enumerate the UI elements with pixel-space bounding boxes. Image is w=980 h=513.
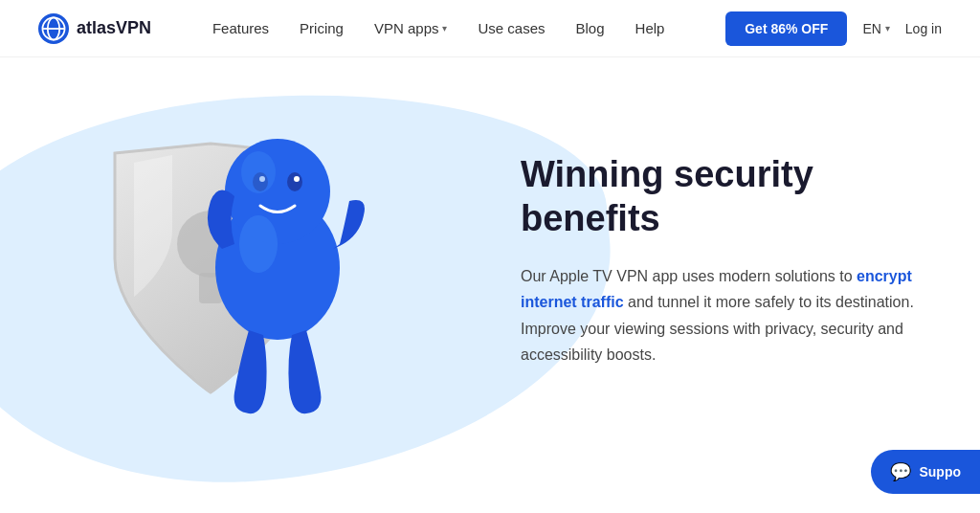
mascot-illustration <box>182 105 373 431</box>
chat-icon: 💬 <box>890 461 911 482</box>
hero-title: Winning security benefits <box>521 153 923 240</box>
atlas-vpn-logo-icon <box>38 13 69 44</box>
nav-link-help[interactable]: Help <box>635 20 665 36</box>
navbar-right: Get 86% OFF EN ▾ Log in <box>725 11 942 46</box>
get-discount-button[interactable]: Get 86% OFF <box>725 11 847 46</box>
language-selector[interactable]: EN ▾ <box>862 21 889 36</box>
illustration-area <box>57 77 421 507</box>
nav-link-pricing[interactable]: Pricing <box>300 20 344 36</box>
hero-body: Our Apple TV VPN app uses modern solutio… <box>521 263 923 368</box>
nav-item-blog[interactable]: Blog <box>576 20 605 37</box>
nav-dropdown-vpn-apps[interactable]: VPN apps ▾ <box>374 20 448 36</box>
svg-point-7 <box>225 139 330 244</box>
chevron-down-icon: ▾ <box>442 23 447 33</box>
nav-item-vpn-apps[interactable]: VPN apps ▾ <box>374 20 448 36</box>
login-link[interactable]: Log in <box>905 21 942 36</box>
svg-point-12 <box>239 215 278 273</box>
hero-text-section: Winning security benefits Our Apple TV V… <box>521 153 923 368</box>
logo[interactable]: atlasVPN <box>38 13 151 44</box>
nav-link-vpn-apps: VPN apps <box>374 20 439 36</box>
support-button[interactable]: 💬 Suppo <box>871 450 980 494</box>
hero-body-prefix: Our Apple TV VPN app uses modern solutio… <box>521 268 857 284</box>
lang-chevron-icon: ▾ <box>885 23 890 33</box>
svg-point-9 <box>287 172 302 191</box>
language-label: EN <box>862 21 880 36</box>
nav-item-use-cases[interactable]: Use cases <box>478 20 545 37</box>
svg-point-13 <box>241 151 276 193</box>
support-label: Suppo <box>919 464 961 480</box>
nav-links: Features Pricing VPN apps ▾ Use cases Bl… <box>212 20 665 37</box>
navbar: atlasVPN Features Pricing VPN apps ▾ Use… <box>0 0 980 57</box>
main-content: Winning security benefits Our Apple TV V… <box>0 57 980 513</box>
brand-name: atlasVPN <box>77 18 151 38</box>
nav-link-features[interactable]: Features <box>212 20 269 36</box>
nav-link-use-cases[interactable]: Use cases <box>478 20 545 36</box>
svg-point-11 <box>294 176 300 182</box>
nav-link-blog[interactable]: Blog <box>576 20 605 36</box>
nav-item-features[interactable]: Features <box>212 20 269 37</box>
nav-item-pricing[interactable]: Pricing <box>300 20 344 37</box>
nav-item-help[interactable]: Help <box>635 20 665 37</box>
mascot-svg <box>182 105 373 431</box>
